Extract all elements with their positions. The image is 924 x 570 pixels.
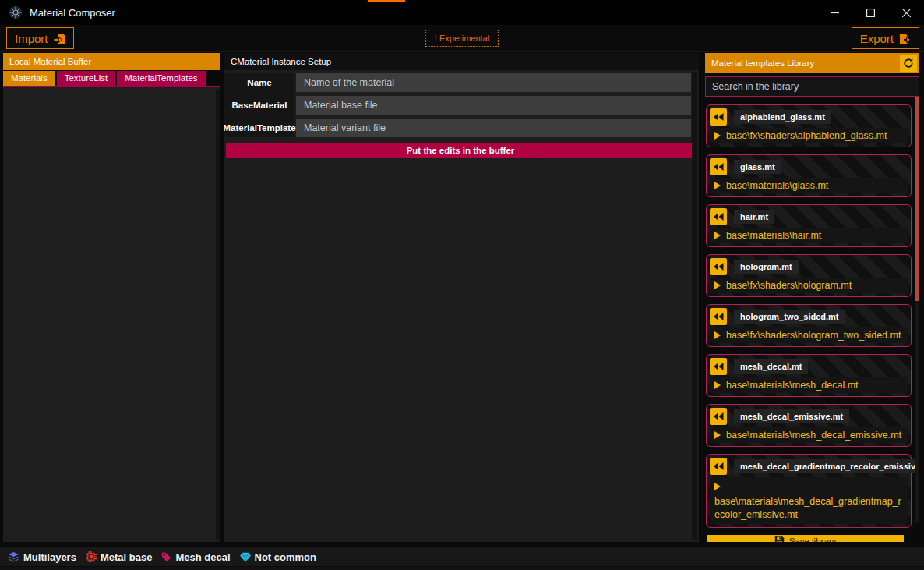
materialtemplate-field[interactable] — [296, 119, 691, 137]
library-item[interactable]: hologram_two_sided.mt base\fx\shaders\ho… — [706, 304, 912, 347]
rewind-button[interactable] — [710, 308, 727, 325]
library-search-input[interactable] — [705, 76, 919, 97]
save-library-label: Save library — [789, 536, 837, 543]
maximize-icon — [866, 9, 875, 17]
rewind-icon — [713, 112, 724, 122]
template-name: hologram.mt — [734, 260, 799, 274]
refresh-library-button[interactable] — [900, 55, 917, 72]
expand-icon[interactable] — [714, 483, 721, 490]
expand-icon[interactable] — [714, 132, 721, 140]
basematerial-label: BaseMaterial — [224, 96, 294, 115]
template-path: base\materials\mesh_decal_gradientmap_re… — [714, 495, 903, 522]
rewind-button[interactable] — [710, 208, 727, 225]
close-icon — [902, 9, 911, 17]
template-path-row: base\materials\mesh_decal.mt — [710, 377, 908, 393]
library-item[interactable]: mesh_decal_gradientmap_recolor_emissive.… — [706, 454, 912, 528]
left-panel-scrollbar[interactable] — [216, 89, 220, 540]
template-name: mesh_decal_emissive.mt — [734, 409, 849, 423]
tab-materials[interactable]: Materials — [3, 71, 55, 86]
gem-icon — [240, 552, 251, 562]
template-name: mesh_decal_gradientmap_recolor_emissive.… — [734, 459, 919, 473]
app-icon — [9, 5, 23, 19]
template-path: base\fx\shaders\alphablend_glass.mt — [726, 130, 887, 141]
library-header-title: Material templates Library — [711, 58, 814, 68]
legend-metal-base: Metal base — [86, 551, 152, 563]
save-library-button[interactable]: Save library — [707, 535, 904, 542]
name-field[interactable] — [296, 73, 691, 92]
legend-label: Metal base — [101, 551, 152, 563]
layers-icon — [8, 551, 19, 563]
file-export-icon — [899, 33, 911, 44]
expand-icon[interactable] — [714, 381, 721, 389]
legend-not-common: Not common — [240, 551, 316, 563]
experimental-badge: ! Experimental — [425, 30, 499, 47]
template-path-row: base\fx\shaders\hologram.mt — [710, 278, 908, 293]
rewind-icon — [713, 162, 724, 172]
left-panel-tabs: Materials TextureList MaterialTemplates — [3, 71, 220, 87]
template-name: glass.mt — [734, 160, 781, 174]
put-edits-in-buffer-button[interactable]: Put the edits in the buffer — [226, 143, 695, 158]
maximize-button[interactable] — [852, 0, 888, 25]
center-panel-scrollbar[interactable] — [692, 72, 697, 540]
library-scrollbar-thumb[interactable] — [915, 97, 919, 301]
rewind-icon — [713, 312, 724, 321]
library-list: alphablend_glass.mt base\fx\shaders\alph… — [705, 100, 919, 542]
template-path: base\materials\mesh_decal.mt — [726, 380, 859, 391]
library-item[interactable]: mesh_decal_emissive.mt base\materials\me… — [706, 404, 912, 447]
window-controls — [816, 0, 924, 25]
window-title: Material Composer — [30, 7, 115, 19]
library-item[interactable]: hologram.mt base\fx\shaders\hologram.mt — [706, 254, 912, 297]
file-import-icon — [54, 33, 65, 44]
import-button-label: Import — [15, 32, 48, 45]
material-buffer-list — [3, 87, 220, 542]
rewind-button[interactable] — [710, 108, 727, 126]
library-item[interactable]: alphablend_glass.mt base\fx\shaders\alph… — [706, 104, 912, 147]
minimize-icon — [831, 9, 839, 17]
legend-label: Multilayers — [23, 551, 76, 563]
expand-icon[interactable] — [714, 431, 721, 439]
rewind-icon — [713, 412, 724, 421]
tab-materialtemplates[interactable]: MaterialTemplates — [117, 71, 205, 86]
basematerial-field[interactable] — [296, 96, 691, 115]
rewind-button[interactable] — [710, 458, 727, 475]
template-path: base\fx\shaders\hologram_two_sided.mt — [726, 330, 901, 341]
expand-icon[interactable] — [714, 331, 721, 339]
center-panel: CMaterial Instance Setup Name BaseMateri… — [224, 53, 699, 542]
app-window: Material Composer Import ! Experimental … — [0, 0, 924, 570]
left-panel: Local Material Buffer Materials TextureL… — [3, 53, 220, 542]
template-name: alphablend_glass.mt — [734, 110, 831, 124]
template-path-row: base\materials\mesh_decal_gradientmap_re… — [710, 477, 908, 524]
close-button[interactable] — [888, 0, 924, 25]
tag-icon — [161, 552, 171, 562]
template-name: hair.mt — [734, 210, 774, 224]
template-name: hologram_two_sided.mt — [734, 310, 845, 324]
library-item[interactable]: glass.mt base\materials\glass.mt — [706, 154, 912, 197]
template-name: mesh_decal.mt — [734, 359, 808, 374]
tab-texturelist[interactable]: TextureList — [57, 71, 116, 86]
export-button[interactable]: Export — [852, 27, 919, 49]
rewind-button[interactable] — [710, 408, 727, 425]
expand-icon[interactable] — [714, 182, 721, 189]
template-path-row: base\materials\mesh_decal_emissive.mt — [710, 427, 908, 443]
materialtemplate-label: MaterialTemplate — [224, 119, 294, 137]
library-header: Material templates Library — [705, 53, 919, 73]
library-item[interactable]: mesh_decal.mt base\materials\mesh_decal.… — [706, 354, 912, 397]
export-button-label: Export — [860, 32, 894, 45]
rewind-icon — [713, 362, 724, 371]
top-accent-bar — [368, 0, 405, 2]
rewind-button[interactable] — [710, 258, 727, 275]
expand-icon[interactable] — [714, 281, 721, 289]
template-path-row: base\fx\shaders\hologram_two_sided.mt — [710, 327, 908, 343]
legend-label: Mesh decal — [175, 551, 230, 563]
library-scrollbar[interactable] — [915, 97, 919, 522]
rewind-button[interactable] — [710, 158, 727, 175]
rewind-icon — [713, 212, 724, 221]
import-button[interactable]: Import — [6, 27, 74, 49]
template-path-row: base\materials\hair.mt — [710, 228, 908, 243]
library-item[interactable]: hair.mt base\materials\hair.mt — [706, 204, 912, 247]
expand-icon[interactable] — [714, 232, 721, 239]
rewind-button[interactable] — [710, 358, 727, 375]
minimize-button[interactable] — [816, 0, 852, 25]
left-panel-header: Local Material Buffer — [3, 53, 220, 70]
name-label: Name — [224, 73, 294, 92]
